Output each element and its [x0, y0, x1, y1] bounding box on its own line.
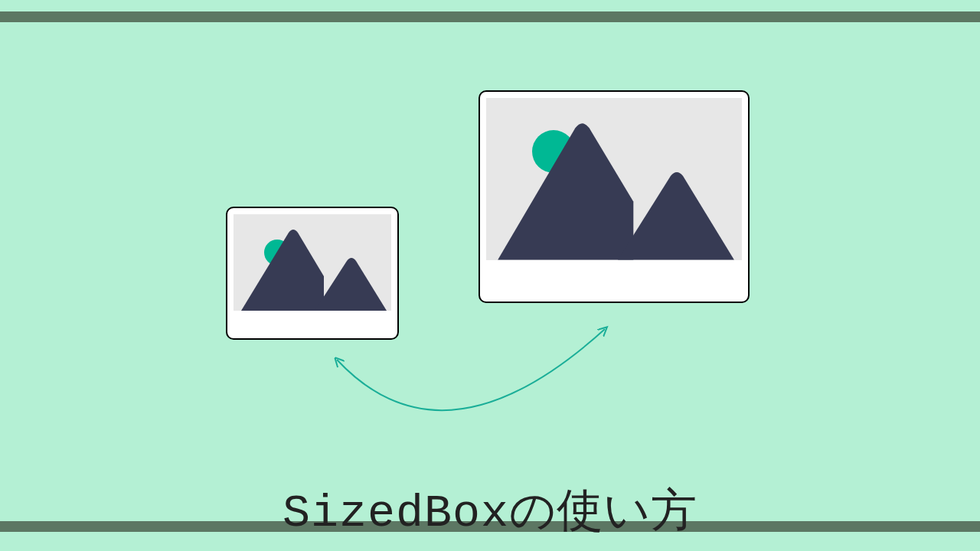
page-title: SizedBoxの使い方 [0, 480, 980, 542]
image-placeholder-icon [486, 98, 742, 260]
mountains-icon [486, 105, 742, 259]
large-sized-box [479, 90, 750, 303]
image-placeholder-icon [234, 214, 391, 311]
resize-arrow-icon [306, 298, 643, 444]
mountains-icon [234, 219, 391, 311]
top-accent-bar [0, 11, 980, 22]
